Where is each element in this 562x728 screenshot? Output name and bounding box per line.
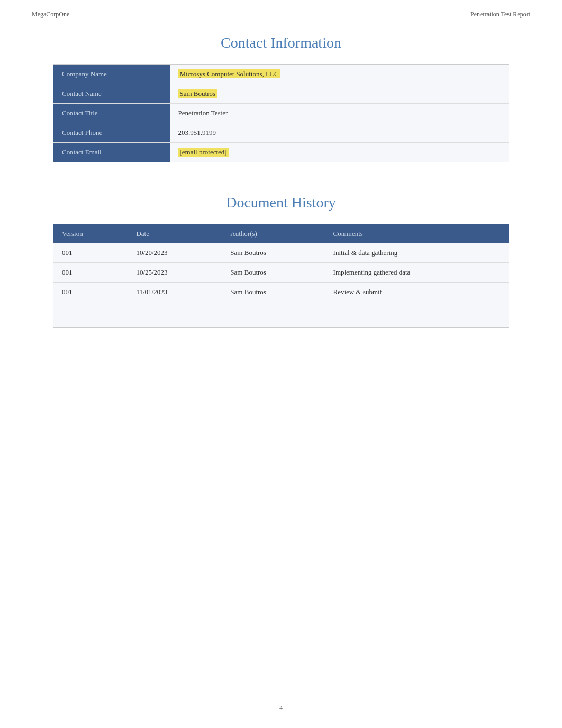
- contact-row: Contact Email[email protected]: [53, 143, 509, 162]
- history-comments: Implementing gathered data: [325, 263, 509, 283]
- history-date: 10/20/2023: [128, 243, 222, 263]
- history-date: 11/01/2023: [128, 283, 222, 302]
- contact-row: Company NameMicrosys Computer Solutions,…: [53, 65, 509, 84]
- history-date: 10/25/2023: [128, 263, 222, 283]
- contact-section: Contact Information Company NameMicrosys…: [53, 34, 509, 162]
- col-version-header: Version: [53, 224, 128, 244]
- history-version: 001: [53, 243, 128, 263]
- page-content: Contact Information Company NameMicrosys…: [0, 24, 562, 370]
- history-comments: Initial & data gathering: [325, 243, 509, 263]
- contact-label: Contact Name: [53, 84, 170, 104]
- contact-value: Sam Boutros: [170, 84, 509, 104]
- history-empty-row: [53, 302, 509, 328]
- history-section: Document History Version Date Author(s) …: [53, 194, 509, 328]
- history-table: Version Date Author(s) Comments 00110/20…: [53, 224, 509, 328]
- contact-value: Penetration Tester: [170, 104, 509, 123]
- page-number: 4: [279, 704, 283, 712]
- history-version: 001: [53, 263, 128, 283]
- contact-value: [email protected]: [170, 143, 509, 162]
- history-header-row: Version Date Author(s) Comments: [53, 224, 509, 244]
- col-comments-header: Comments: [325, 224, 509, 244]
- col-date-header: Date: [128, 224, 222, 244]
- contact-value: Microsys Computer Solutions, LLC: [170, 65, 509, 84]
- contact-label: Contact Email: [53, 143, 170, 162]
- contact-label: Contact Title: [53, 104, 170, 123]
- history-author: Sam Boutros: [222, 283, 324, 302]
- history-version: 001: [53, 283, 128, 302]
- history-comments: Review & submit: [325, 283, 509, 302]
- contact-section-title: Contact Information: [53, 34, 509, 51]
- col-author-header: Author(s): [222, 224, 324, 244]
- header-left: MegaCorpOne: [32, 11, 69, 19]
- contact-value: 203.951.9199: [170, 123, 509, 143]
- history-row: 00110/20/2023Sam BoutrosInitial & data g…: [53, 243, 509, 263]
- history-section-title: Document History: [53, 194, 509, 211]
- contact-row: Contact Phone203.951.9199: [53, 123, 509, 143]
- history-row: 00111/01/2023Sam BoutrosReview & submit: [53, 283, 509, 302]
- history-row: 00110/25/2023Sam BoutrosImplementing gat…: [53, 263, 509, 283]
- page-header: MegaCorpOne Penetration Test Report: [0, 0, 562, 24]
- contact-row: Contact NameSam Boutros: [53, 84, 509, 104]
- contact-label: Company Name: [53, 65, 170, 84]
- header-right: Penetration Test Report: [470, 11, 530, 19]
- page-footer: 4: [0, 704, 562, 712]
- history-author: Sam Boutros: [222, 243, 324, 263]
- contact-row: Contact TitlePenetration Tester: [53, 104, 509, 123]
- contact-label: Contact Phone: [53, 123, 170, 143]
- history-author: Sam Boutros: [222, 263, 324, 283]
- contact-table: Company NameMicrosys Computer Solutions,…: [53, 64, 509, 162]
